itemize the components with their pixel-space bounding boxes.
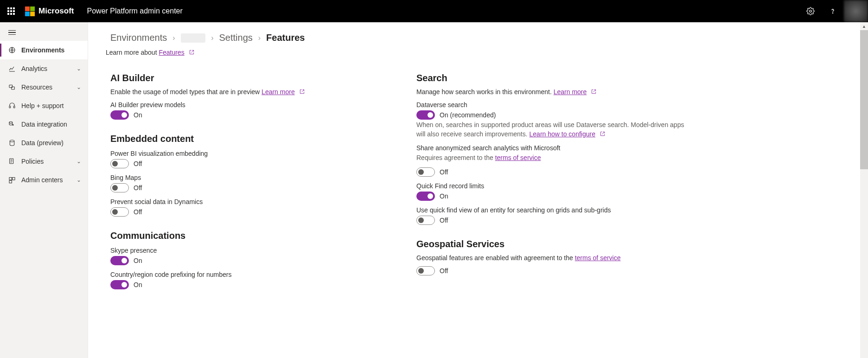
sidebar-item-label: Data (preview): [21, 139, 64, 147]
vertical-scrollbar[interactable]: ▲: [860, 22, 868, 358]
svg-rect-6: [13, 106, 15, 108]
settings-button[interactable]: [799, 0, 822, 22]
sidebar-item-label: Environments: [21, 46, 64, 54]
country-code-prefixing-toggle[interactable]: [110, 280, 129, 289]
sidebar: Environments Analytics ⌄ Resources ⌄: [0, 22, 88, 358]
breadcrumb-current: Features: [266, 32, 305, 43]
toggle-state-text: On: [134, 257, 142, 264]
globe-icon: [8, 46, 16, 54]
field-country-code-prefixing: Country/region code prefixing for number…: [110, 271, 389, 289]
search-learn-more-link[interactable]: Learn more: [554, 88, 587, 96]
section-title: AI Builder: [110, 73, 389, 83]
svg-rect-11: [13, 178, 15, 180]
learn-more-row: Learn more about Features: [106, 49, 811, 56]
section-title: Communications: [110, 230, 389, 241]
microsoft-logo[interactable]: Microsoft: [25, 6, 74, 16]
field-label: AI Builder preview models: [110, 101, 389, 109]
breadcrumb: Environments › › Settings › Features: [110, 32, 811, 43]
svg-point-8: [10, 140, 14, 142]
field-prevent-social-data: Prevent social data in Dynamics Off: [110, 198, 389, 217]
topbar-right: [799, 0, 868, 22]
chevron-down-icon: ⌄: [77, 65, 81, 72]
section-geospatial: Geospatial Services Geospatial features …: [416, 239, 695, 275]
geo-terms-of-service-link[interactable]: terms of service: [575, 254, 621, 262]
data-icon: [8, 139, 16, 147]
breadcrumb-environment-name[interactable]: [181, 33, 206, 43]
share-analytics-sub: Requires agreement to the terms of servi…: [416, 153, 695, 163]
sidebar-item-policies[interactable]: Policies ⌄: [0, 152, 88, 171]
field-label: Prevent social data in Dynamics: [110, 198, 389, 205]
app-launcher-button[interactable]: [0, 0, 22, 22]
section-communications: Communications Skype presence On Country…: [110, 230, 389, 289]
svg-point-7: [9, 121, 13, 123]
external-link-icon: [600, 131, 605, 136]
ai-builder-learn-more-link[interactable]: Learn more: [262, 88, 295, 96]
section-description: Manage how search works in this environm…: [416, 88, 695, 96]
learn-more-prefix: Learn more about: [106, 49, 159, 56]
quick-find-limits-toggle[interactable]: [416, 192, 435, 201]
section-embedded-content: Embedded content Power BI visualization …: [110, 134, 389, 217]
chevron-right-icon: ›: [211, 34, 213, 42]
field-label: Dataverse search: [416, 101, 695, 109]
svg-rect-4: [12, 87, 15, 89]
sidebar-item-data-integration[interactable]: Data integration: [0, 115, 88, 134]
left-column: AI Builder Enable the usage of model typ…: [110, 73, 389, 303]
scrollbar-thumb[interactable]: [860, 30, 868, 169]
svg-point-1: [832, 13, 833, 13]
account-button[interactable]: [844, 0, 868, 22]
learn-how-configure-link[interactable]: Learn how to configure: [530, 130, 595, 138]
svg-rect-5: [9, 106, 11, 108]
sidebar-item-analytics[interactable]: Analytics ⌄: [0, 59, 88, 78]
field-label: Use quick find view of an entity for sea…: [416, 206, 695, 214]
resources-icon: [8, 83, 16, 91]
data-integration-icon: [8, 121, 16, 128]
share-search-analytics-toggle[interactable]: [416, 167, 435, 177]
chevron-down-icon: ⌄: [77, 177, 81, 183]
field-powerbi-embedding: Power BI visualization embedding Off: [110, 150, 389, 168]
breadcrumb-settings[interactable]: Settings: [219, 32, 253, 43]
main-content: Environments › › Settings › Features Lea…: [88, 22, 868, 358]
quick-find-grids-toggle[interactable]: [416, 216, 435, 225]
sidebar-item-admin-centers[interactable]: Admin centers ⌄: [0, 171, 88, 189]
geospatial-services-toggle[interactable]: [416, 266, 435, 275]
prevent-social-data-toggle[interactable]: [110, 207, 129, 217]
scroll-up-arrow-icon[interactable]: ▲: [860, 22, 868, 30]
top-bar: Microsoft Power Platform admin center: [0, 0, 868, 22]
toggle-state-text: Off: [440, 267, 448, 275]
sidebar-item-data-preview[interactable]: Data (preview): [0, 134, 88, 152]
collapse-nav-button[interactable]: [0, 24, 88, 41]
dataverse-search-help: When on, searches in supported product a…: [416, 121, 695, 139]
features-docs-link[interactable]: Features: [159, 49, 184, 56]
ai-builder-preview-models-toggle[interactable]: [110, 110, 129, 120]
svg-rect-10: [9, 178, 12, 180]
sidebar-item-environments[interactable]: Environments: [0, 41, 88, 59]
sidebar-item-label: Policies: [21, 158, 44, 165]
toggle-state-text: On: [440, 192, 448, 200]
sidebar-item-resources[interactable]: Resources ⌄: [0, 78, 88, 96]
svg-rect-12: [9, 180, 12, 183]
sidebar-item-help-support[interactable]: Help + support: [0, 96, 88, 115]
skype-presence-toggle[interactable]: [110, 256, 129, 265]
field-label: Quick Find record limits: [416, 182, 695, 190]
chevron-right-icon: ›: [258, 34, 261, 42]
app-title: Power Platform admin center: [87, 7, 183, 15]
svg-rect-3: [9, 85, 13, 87]
sidebar-item-label: Data integration: [21, 121, 67, 128]
chevron-right-icon: ›: [172, 34, 175, 42]
headset-icon: [8, 102, 16, 109]
microsoft-brand-text: Microsoft: [38, 6, 74, 16]
svg-point-0: [810, 10, 812, 13]
section-description: Geospatial features are enabled with agr…: [416, 254, 695, 262]
powerbi-embedding-toggle[interactable]: [110, 159, 129, 168]
help-button[interactable]: [822, 0, 844, 22]
terms-of-service-link[interactable]: terms of service: [495, 154, 541, 161]
policies-icon: [8, 158, 16, 165]
bing-maps-toggle[interactable]: [110, 183, 129, 192]
dataverse-search-toggle[interactable]: [416, 110, 435, 120]
field-label: Power BI visualization embedding: [110, 150, 389, 157]
breadcrumb-environments[interactable]: Environments: [110, 32, 167, 43]
chevron-down-icon: ⌄: [77, 158, 81, 165]
field-quick-find-limits: Quick Find record limits On: [416, 182, 695, 201]
external-link-icon: [591, 89, 596, 94]
sidebar-item-label: Admin centers: [21, 176, 63, 184]
